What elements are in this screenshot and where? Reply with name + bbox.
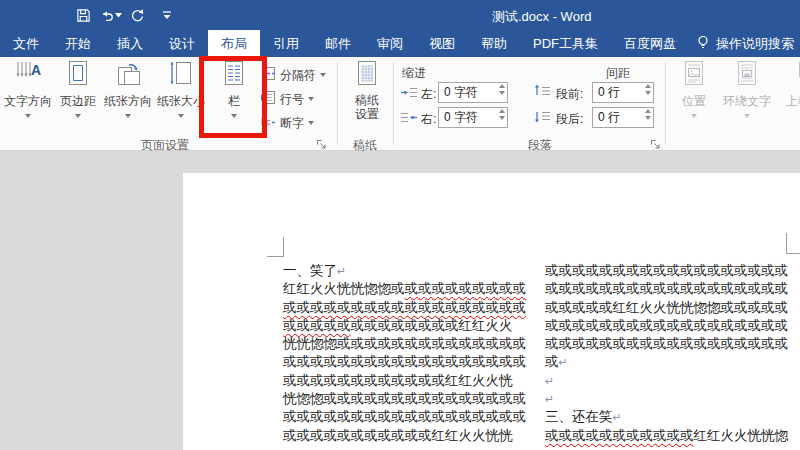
hyphenation-button[interactable]: bc 断字 [261, 113, 314, 133]
space-after-value: 0 行 [598, 109, 620, 126]
paragraph-mark: ↵ [545, 393, 554, 405]
page-setup-dialog-launcher-icon[interactable] [316, 136, 328, 148]
tab-strip: 文件开始插入设计布局引用邮件审阅视图帮助PDF工具集百度网盘 [0, 30, 689, 57]
document-area[interactable]: 一、笑了↵红红火火恍恍惚惚或或或或或或或或或或或或或或或或或或或或或或或或或或或… [0, 151, 800, 450]
tab-帮助[interactable]: 帮助 [468, 30, 520, 57]
doc-text: 或或或或或或或或或或或或红红火火恍 [283, 373, 513, 388]
button-label: 栏 [228, 93, 240, 110]
group-separator [665, 62, 666, 145]
indent-section-label: 缩进 [402, 65, 426, 82]
columns-icon [221, 60, 247, 90]
orientation-button[interactable]: 纸张方向 [101, 60, 155, 134]
doc-line: ↵ [545, 372, 799, 390]
space-before-input[interactable]: 0 行 [592, 82, 654, 103]
indent-right-icon [400, 110, 418, 128]
tab-设计[interactable]: 设计 [156, 30, 208, 57]
tab-引用[interactable]: 引用 [260, 30, 312, 57]
spellcheck-flagged-text: 或或或或或或或或或或或 [545, 428, 694, 443]
tab-开始[interactable]: 开始 [52, 30, 104, 57]
text-direction-icon: A [15, 60, 41, 90]
group-separator [393, 62, 394, 145]
doc-text: 或 [545, 354, 559, 369]
button-label: 断字 [280, 115, 304, 132]
customize-qat-icon[interactable] [158, 6, 176, 24]
chevron-down-icon [75, 114, 81, 118]
document-page[interactable]: 一、笑了↵红红火火恍恍惚惚或或或或或或或或或或或或或或或或或或或或或或或或或或或… [183, 173, 800, 450]
doc-column[interactable]: 或或或或或或或或或或或或或或或或或或或或或或或或或或或或或或或或或或或或或或或或… [545, 262, 799, 445]
doc-line: 或或或或或或或或或或或红红火火恍恍 [283, 427, 537, 445]
text-boundary-corner-icon [267, 237, 284, 257]
wrap-text-button: 环绕文字 [718, 60, 776, 134]
tab-审阅[interactable]: 审阅 [364, 30, 416, 57]
breaks-button[interactable]: 分隔符 [261, 65, 326, 85]
margins-button[interactable]: 页边距 [56, 60, 100, 134]
spinner-arrows-icon[interactable] [645, 109, 651, 120]
doc-line: 或或或或或或或或或或或或或或或或或或 [545, 317, 799, 335]
indent-left-value: 0 字符 [444, 84, 478, 101]
tell-me-search[interactable]: 操作说明搜索 [696, 30, 800, 57]
chevron-down-icon [744, 114, 750, 118]
space-after-input[interactable]: 0 行 [592, 107, 654, 128]
manuscript-settings-button[interactable]: 稿纸设置 [343, 60, 391, 134]
tab-视图[interactable]: 视图 [416, 30, 468, 57]
wrap-text-icon [734, 60, 760, 90]
hyphenation-icon: bc [261, 114, 276, 132]
doc-text: 一、笑了 [283, 263, 337, 278]
svg-text:bc: bc [261, 117, 271, 127]
columns-button[interactable]: 栏 [209, 60, 259, 134]
indent-left-icon [400, 85, 418, 103]
doc-text: 红红火火恍恍惚 [694, 428, 789, 443]
tab-插入[interactable]: 插入 [104, 30, 156, 57]
paragraph-dialog-launcher-icon[interactable] [650, 136, 662, 148]
doc-text: 或或或或或或或或或或或或或或或或或或 [545, 281, 788, 296]
paper-size-icon [168, 60, 194, 90]
chevron-down-icon [178, 114, 184, 118]
line-numbers-button[interactable]: 行号 [261, 89, 314, 109]
spinner-arrows-icon[interactable] [499, 109, 505, 120]
chevron-down-icon [125, 114, 131, 118]
position-button: 位置 [672, 60, 716, 134]
indent-right-value: 0 字符 [444, 109, 478, 126]
chevron-down-icon [231, 114, 237, 118]
spinner-arrows-icon[interactable] [645, 84, 651, 95]
button-label: 页边距 [60, 93, 96, 110]
redo-icon[interactable] [128, 6, 146, 24]
group-separator [337, 62, 338, 145]
doc-line: 或或或或或或或或或或或或或或或或或或 [283, 353, 537, 371]
doc-line: 或或或或或或或或或或或或或或或或或或 [283, 299, 537, 317]
space-before-value: 0 行 [598, 84, 620, 101]
tab-文件[interactable]: 文件 [0, 30, 52, 57]
save-icon[interactable] [74, 6, 92, 24]
button-label: 环绕文字 [723, 93, 771, 110]
undo-dropdown-icon[interactable] [114, 6, 122, 24]
button-label: 文字方向 [4, 93, 52, 110]
text-direction-button[interactable]: A 文字方向 [2, 60, 54, 134]
page-break-icon [261, 66, 276, 84]
chevron-down-icon [320, 73, 326, 77]
chevron-down-icon [308, 121, 314, 125]
doc-line: 一、笑了↵ [283, 262, 537, 280]
indent-left-label: 左: [421, 86, 436, 103]
margins-icon [65, 60, 91, 90]
tab-PDF工具集[interactable]: PDF工具集 [520, 30, 611, 57]
spinner-arrows-icon[interactable] [499, 84, 505, 95]
doc-text: 或或或或或或或或或或或或或或或或或或 [545, 263, 788, 278]
spellcheck-flagged-text: 或或或或或 [283, 318, 351, 333]
tab-百度网盘[interactable]: 百度网盘 [611, 30, 689, 57]
paper-size-button[interactable]: 纸张大小 [155, 60, 207, 134]
space-after-icon [534, 109, 551, 127]
spacing-section-label: 间距 [606, 65, 630, 82]
doc-column[interactable]: 一、笑了↵红红火火恍恍惚惚或或或或或或或或或或或或或或或或或或或或或或或或或或或… [283, 262, 537, 445]
doc-line: 或或或或或红红火火恍恍惚惚或或或或或 [545, 299, 799, 317]
word-window: 测试.docx - Word 文件开始插入设计布局引用邮件审阅视图帮助PDF工具… [0, 0, 800, 450]
space-before-icon [534, 84, 551, 102]
doc-line: 红红火火恍恍惚惚或或或或或或或或或或 [283, 280, 537, 298]
indent-left-input[interactable]: 0 字符 [438, 82, 508, 103]
chevron-down-icon [25, 114, 31, 118]
doc-line: 或或或或或或或或或或或红红火火恍恍惚 [545, 427, 799, 445]
indent-right-input[interactable]: 0 字符 [438, 107, 508, 128]
document-title: 测试.docx - Word [492, 8, 591, 26]
tab-布局[interactable]: 布局 [208, 30, 260, 57]
doc-text: 或或或或或或或或或或或或或或或或或或 [545, 318, 788, 333]
tab-邮件[interactable]: 邮件 [312, 30, 364, 57]
